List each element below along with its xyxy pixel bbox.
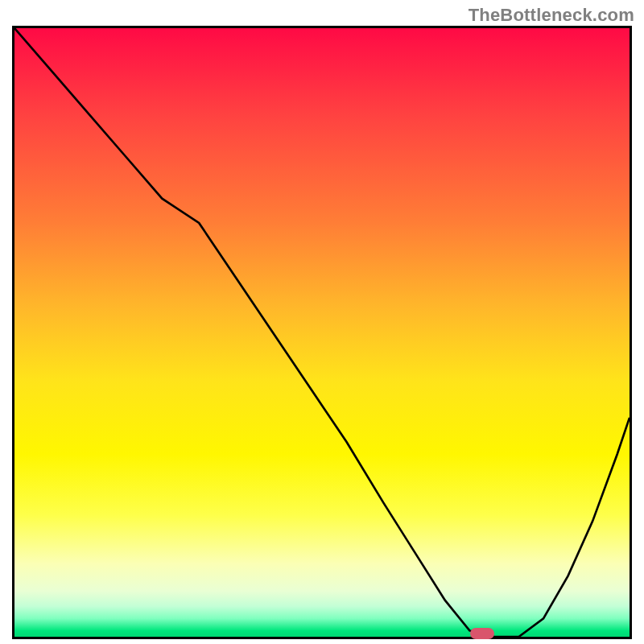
chart-container: TheBottleneck.com: [0, 0, 644, 644]
optimal-point-marker: [470, 628, 494, 639]
watermark-text: TheBottleneck.com: [469, 5, 634, 26]
plot-area: [12, 26, 632, 639]
bottleneck-curve: [14, 28, 630, 637]
